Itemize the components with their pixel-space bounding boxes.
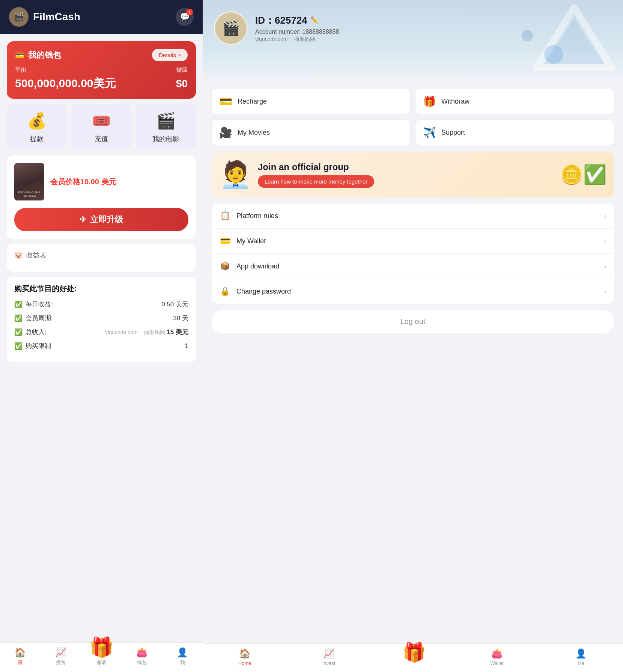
- nav-wallet[interactable]: 👛 钱包: [122, 647, 162, 666]
- wallet-card-title: 💳 我的钱包: [15, 50, 61, 61]
- my-movies-button[interactable]: 🎥 My Movies: [212, 120, 410, 146]
- invest-label: 投资: [56, 659, 66, 666]
- withdraw-icon: 💰: [27, 111, 47, 130]
- rnav-wallet-icon: 👛: [491, 648, 503, 659]
- balance-label: 平衡: [15, 66, 26, 74]
- movie-upgrade-card: ESCAPING THE HEIRESS 会员价格10.00 美元 ✈ 立即升级: [7, 155, 196, 239]
- messages-button[interactable]: 💬 1: [176, 8, 194, 26]
- withdraw-value: $0: [176, 78, 188, 90]
- change-password-label: Change password: [236, 288, 598, 295]
- edit-icon[interactable]: ✏️: [310, 16, 319, 24]
- banner-coin-icon: 🪙✅: [560, 164, 606, 185]
- withdraw-button[interactable]: 🎁 Withdraw: [415, 89, 614, 115]
- app-title: FilmCash: [33, 11, 80, 23]
- check-icon-2: ✅: [14, 314, 23, 322]
- movie-thumbnail: ESCAPING THE HEIRESS: [14, 163, 44, 200]
- benefit-daily: ✅ 每日收益: 0.50 美元: [14, 300, 188, 309]
- benefit-limit: ✅ 购买限制 1: [14, 342, 188, 350]
- benefit-period: ✅ 会员周期: 30 天: [14, 314, 188, 322]
- check-icon-3: ✅: [14, 328, 23, 336]
- app-download-label: App download: [236, 262, 598, 270]
- details-button[interactable]: Details >: [152, 49, 188, 61]
- my-wallet-arrow: ›: [604, 237, 606, 245]
- rnav-home[interactable]: 🏠 Home: [203, 648, 287, 666]
- my-movies-label: 我的电影: [152, 134, 179, 143]
- withdraw-shortcut[interactable]: 💰 提款: [7, 104, 67, 149]
- wallet-card-icon: 💳: [15, 51, 24, 60]
- message-badge: 1: [186, 9, 193, 15]
- recharge-action-label: Recharge: [238, 98, 267, 105]
- check-icon-4: ✅: [14, 342, 23, 350]
- rnav-me-label: Me: [578, 660, 584, 666]
- me-icon: 👤: [177, 647, 188, 658]
- nav-invest[interactable]: 📈 投资: [41, 647, 81, 666]
- invite-icon: 🎁: [91, 637, 112, 658]
- income-icon: 🐷: [14, 251, 23, 259]
- support-action-label: Support: [441, 129, 465, 137]
- logout-button[interactable]: Log out: [212, 310, 614, 333]
- bubble-deco-1: [544, 45, 563, 64]
- join-banner[interactable]: 🧑‍💼 Join an official group Learn how to …: [212, 152, 614, 197]
- change-password-arrow: ›: [604, 288, 606, 295]
- menu-change-password[interactable]: 🔒 Change password ›: [212, 279, 614, 304]
- change-password-icon: 🔒: [219, 286, 230, 296]
- me-label: 我: [180, 659, 185, 666]
- platform-rules-icon: 📋: [219, 211, 230, 221]
- banner-sub-button[interactable]: Learn how to make more money together: [258, 175, 374, 188]
- invite-label: 邀请: [96, 659, 106, 666]
- banner-text: Join an official group Learn how to make…: [258, 162, 606, 188]
- wallet-nav-label: 钱包: [137, 659, 147, 666]
- profile-site: yiqucode.com 一曲源码网: [255, 36, 612, 43]
- menu-list: 📋 Platform rules › 💳 My Wallet › 📦 App d…: [212, 203, 614, 304]
- check-icon-1: ✅: [14, 300, 23, 309]
- recharge-button[interactable]: 💳 Recharge: [212, 89, 410, 115]
- home-label: 家: [18, 659, 23, 666]
- my-movies-action-icon: 🎥: [219, 127, 232, 139]
- my-movies-icon: 🎬: [156, 111, 176, 130]
- rnav-invest-label: Invest: [322, 660, 336, 666]
- profile-header: 🎬 ID：625724 ✏️ Account number: 188888888…: [203, 0, 623, 83]
- nav-me[interactable]: 👤 我: [162, 647, 203, 666]
- menu-my-wallet[interactable]: 💳 My Wallet ›: [212, 229, 614, 254]
- withdraw-action-icon: 🎁: [423, 95, 436, 108]
- right-screen: 🎬 ID：625724 ✏️ Account number: 188888888…: [203, 0, 623, 672]
- upgrade-button[interactable]: ✈ 立即升级: [14, 208, 188, 231]
- benefit-total: ✅ 总收入: yiqucode.com 一曲源码网 15 美元: [14, 328, 188, 336]
- app-header: 🎬 FilmCash 💬 1: [0, 0, 203, 34]
- rnav-wallet[interactable]: 👛 Wallet: [455, 648, 539, 666]
- menu-app-download[interactable]: 📦 App download ›: [212, 254, 614, 279]
- logo-emoji: 🎬: [14, 12, 24, 22]
- balance-value: 500,000,000.00美元: [15, 76, 116, 91]
- my-wallet-menu-label: My Wallet: [236, 237, 598, 245]
- app-download-arrow: ›: [604, 262, 606, 270]
- my-movies-shortcut[interactable]: 🎬 我的电影: [136, 104, 196, 149]
- rnav-invite[interactable]: 🎁: [371, 652, 455, 663]
- my-movies-action-label: My Movies: [238, 129, 270, 137]
- support-button[interactable]: ✈️ Support: [415, 120, 614, 146]
- recharge-action-icon: 💳: [219, 95, 232, 108]
- menu-platform-rules[interactable]: 📋 Platform rules ›: [212, 203, 614, 229]
- nav-home[interactable]: 🏠 家: [0, 647, 41, 666]
- rnav-home-label: Home: [238, 660, 251, 666]
- profile-avatar: 🎬: [214, 11, 248, 45]
- income-section[interactable]: 🐷 收益表: [7, 244, 196, 272]
- shortcut-grid: 💰 提款 🎟️ 充值 🎬 我的电影: [7, 104, 196, 149]
- support-action-icon: ✈️: [423, 127, 436, 139]
- withdraw-action-label: Withdraw: [441, 98, 470, 105]
- rnav-me[interactable]: 👤 Me: [539, 648, 623, 666]
- recharge-shortcut[interactable]: 🎟️ 充值: [71, 104, 131, 149]
- rnav-invite-icon: 🎁: [402, 642, 423, 663]
- recharge-icon: 🎟️: [92, 111, 111, 130]
- wallet-nav-icon: 👛: [136, 647, 147, 658]
- profile-details: ID：625724 ✏️ Account number: 18888888888…: [255, 14, 612, 43]
- nav-invite[interactable]: 🎁 邀请: [81, 647, 122, 666]
- platform-rules-arrow: ›: [604, 212, 606, 220]
- invest-icon: 📈: [55, 647, 66, 658]
- rnav-invest-icon: 📈: [323, 648, 334, 659]
- rnav-home-icon: 🏠: [239, 648, 250, 659]
- rnav-me-icon: 👤: [575, 648, 587, 659]
- right-bottom-nav: 🏠 Home 📈 Invest 🎁 👛 Wallet 👤 Me: [203, 643, 623, 672]
- my-wallet-menu-icon: 💳: [219, 236, 230, 246]
- profile-info: 🎬 ID：625724 ✏️ Account number: 188888888…: [214, 11, 612, 45]
- rnav-invest[interactable]: 📈 Invest: [287, 648, 371, 666]
